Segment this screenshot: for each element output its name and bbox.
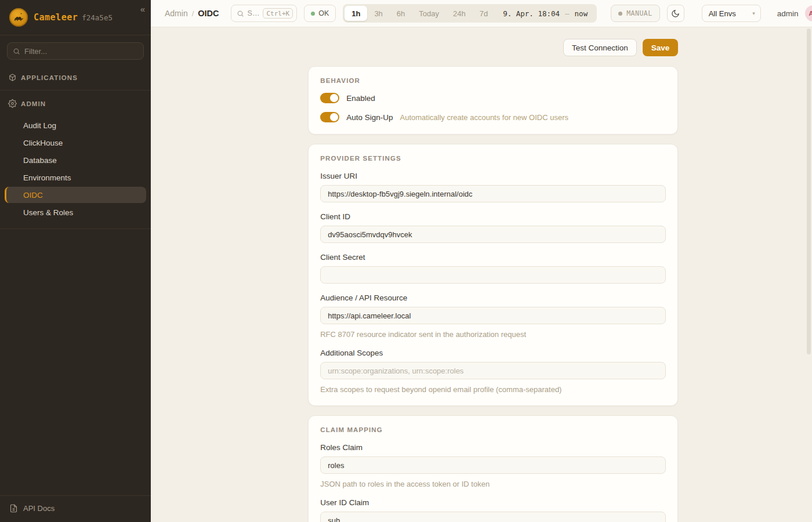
main-area: Admin / OIDC S… Ctrl+K OK 1h 3h 6h Today (151, 0, 812, 522)
section-admin-label: ADMIN (21, 100, 46, 107)
build-hash: f24a5e5 (82, 13, 113, 22)
breadcrumb-separator: / (192, 9, 194, 18)
user-id-claim-input[interactable] (320, 512, 666, 522)
refresh-mode-label: MANUAL (626, 9, 652, 17)
client-secret-label: Client Secret (320, 253, 666, 262)
section-applications-label: APPLICATIONS (21, 74, 78, 81)
additional-scopes-input[interactable] (320, 362, 666, 379)
sidebar: Cameleer f24a5e5 « APPLICATIONS ADMIN (0, 0, 151, 522)
time-range-today[interactable]: Today (412, 6, 446, 21)
roles-claim-hint: JSON path to roles in the access token o… (320, 480, 666, 488)
enabled-toggle-label: Enabled (346, 94, 375, 103)
claim-mapping-card: CLAIM MAPPING Roles Claim JSON path to r… (308, 415, 678, 522)
section-admin[interactable]: ADMIN (0, 92, 151, 115)
breadcrumb-oidc: OIDC (198, 9, 219, 18)
app-root: Cameleer f24a5e5 « APPLICATIONS ADMIN (0, 0, 812, 522)
topbar: Admin / OIDC S… Ctrl+K OK 1h 3h 6h Today (151, 0, 812, 27)
provider-card-title: PROVIDER SETTINGS (320, 155, 666, 162)
cameleer-logo-icon (9, 8, 28, 27)
sidebar-item-oidc[interactable]: OIDC (5, 187, 146, 203)
theme-toggle-button[interactable] (667, 5, 684, 22)
time-range-control: 1h 3h 6h Today 24h 7d 9. Apr. 18:04 – no… (343, 4, 597, 23)
status-badge[interactable]: OK (304, 5, 336, 22)
client-id-input[interactable] (320, 226, 666, 243)
search-shortcut-kbd: Ctrl+K (263, 8, 293, 19)
issuer-uri-label: Issuer URI (320, 172, 666, 180)
section-applications[interactable]: APPLICATIONS (0, 66, 151, 89)
chevron-down-icon: ▾ (752, 10, 755, 16)
api-docs-link[interactable]: API Docs (0, 495, 151, 522)
sidebar-item-database[interactable]: Database (5, 152, 146, 168)
status-dot-icon (311, 12, 315, 16)
moon-icon (671, 9, 680, 18)
save-button[interactable]: Save (643, 39, 679, 56)
time-to: now (575, 9, 588, 18)
toggle-knob (330, 94, 338, 102)
time-range-24h[interactable]: 24h (446, 6, 473, 21)
breadcrumb-admin[interactable]: Admin (165, 9, 188, 18)
page-actions: Test Connection Save (308, 39, 678, 56)
client-secret-input[interactable] (320, 266, 666, 284)
sidebar-filter[interactable] (7, 42, 144, 60)
package-icon (8, 73, 17, 82)
auto-signup-hint: Automatically create accounts for new OI… (400, 113, 568, 122)
behavior-card: BEHAVIOR Enabled Auto Sign-Up Automatica… (308, 66, 678, 135)
additional-scopes-label: Additional Scopes (320, 349, 666, 357)
sidebar-item-environments[interactable]: Environments (5, 169, 146, 186)
enabled-toggle[interactable] (320, 93, 339, 103)
auto-signup-toggle-label: Auto Sign-Up (346, 113, 393, 122)
sidebar-filter-input[interactable] (24, 47, 138, 56)
time-range-6h[interactable]: 6h (390, 6, 412, 21)
app-title: Cameleer (34, 12, 78, 23)
roles-claim-label: Roles Claim (320, 443, 666, 452)
audience-hint: RFC 8707 resource indicator sent in the … (320, 330, 666, 339)
sidebar-item-audit-log[interactable]: Audit Log (5, 117, 146, 133)
time-display[interactable]: 9. Apr. 18:04 – now (495, 9, 595, 18)
sidebar-item-clickhouse[interactable]: ClickHouse (5, 135, 146, 151)
search-placeholder: S… (248, 9, 260, 17)
breadcrumb: Admin / OIDC (165, 9, 219, 18)
behavior-card-title: BEHAVIOR (320, 77, 666, 84)
auto-signup-toggle[interactable] (320, 112, 339, 122)
roles-claim-input[interactable] (320, 456, 666, 474)
sidebar-divider (0, 229, 151, 229)
admin-nav: Audit Log ClickHouse Database Environmen… (0, 115, 151, 227)
sidebar-divider (0, 90, 151, 90)
issuer-uri-input[interactable] (320, 185, 666, 202)
global-search[interactable]: S… Ctrl+K (231, 5, 298, 22)
claim-card-title: CLAIM MAPPING (320, 426, 666, 433)
client-id-label: Client ID (320, 212, 666, 221)
sidebar-header: Cameleer f24a5e5 « (0, 0, 151, 35)
time-range-3h[interactable]: 3h (367, 6, 389, 21)
environment-select[interactable]: All Envs ▾ (702, 5, 761, 22)
toggle-knob (330, 113, 338, 121)
user-id-claim-label: User ID Claim (320, 498, 666, 507)
page-content: Test Connection Save BEHAVIOR Enabled Au… (151, 27, 812, 522)
additional-scopes-hint: Extra scopes to request beyond openid em… (320, 385, 666, 394)
enabled-toggle-row: Enabled (320, 93, 666, 103)
refresh-mode-button[interactable]: MANUAL (611, 5, 660, 22)
search-icon (237, 10, 244, 17)
environment-value: All Envs (709, 9, 736, 18)
sidebar-item-users-roles[interactable]: Users & Roles (5, 204, 146, 220)
sidebar-collapse-icon[interactable]: « (140, 5, 145, 13)
api-docs-label: API Docs (23, 504, 55, 513)
username-label: admin (777, 9, 799, 18)
audience-input[interactable] (320, 307, 666, 324)
vertical-scrollbar[interactable] (807, 28, 811, 354)
auto-signup-toggle-row: Auto Sign-Up Automatically create accoun… (320, 112, 666, 122)
audience-label: Audience / API Resource (320, 293, 666, 302)
refresh-dot-icon (618, 12, 622, 16)
document-icon (9, 504, 18, 513)
time-range-1h[interactable]: 1h (345, 6, 367, 21)
time-from: 9. Apr. 18:04 (503, 9, 560, 18)
avatar[interactable]: AD (805, 5, 812, 21)
status-label: OK (318, 9, 329, 17)
time-separator: – (565, 9, 570, 18)
gear-icon (8, 99, 17, 108)
search-icon (13, 48, 20, 55)
test-connection-button[interactable]: Test Connection (563, 39, 637, 56)
time-range-7d[interactable]: 7d (473, 6, 495, 21)
provider-settings-card: PROVIDER SETTINGS Issuer URI Client ID C… (308, 144, 678, 406)
